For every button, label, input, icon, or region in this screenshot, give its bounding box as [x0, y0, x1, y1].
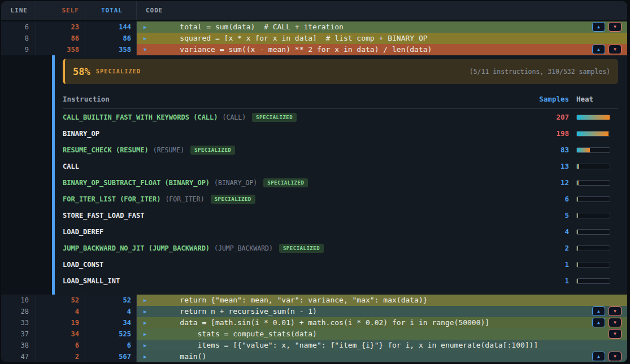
row-buttons: ▲▼	[592, 318, 622, 327]
instruction-row: RESUME_CHECK (RESUME)(RESUME)SPECIALIZED…	[63, 142, 618, 158]
heat-bar-fill	[577, 131, 609, 136]
code-text: stats = compute_stats(data)	[162, 328, 317, 340]
code-cell[interactable]: ▶ data = [math.sin(i * 0.01) + math.cos(…	[137, 317, 627, 328]
move-down-button[interactable]: ▼	[609, 318, 622, 327]
heat-bar	[576, 115, 610, 120]
row-buttons: ▲▼	[592, 45, 622, 54]
line-number: 6	[1, 21, 36, 33]
code-text: items = [{"value": x, "name": f"item_{i}…	[162, 340, 538, 351]
code-rows-top: 623144▶ total = sum(data) # CALL + itera…	[1, 21, 627, 55]
move-up-button[interactable]: ▲	[592, 318, 605, 327]
instruction-row: LOAD_DEREF4	[63, 223, 618, 240]
expander-collapsed-icon[interactable]: ▶	[144, 21, 146, 33]
heat-cell	[576, 115, 618, 120]
expander-collapsed-icon[interactable]: ▶	[144, 317, 146, 328]
code-line-row: 88686▶ squared = [x * x for x in data] #…	[1, 33, 627, 44]
heat-cell	[576, 262, 618, 267]
instruction-name: CALL	[63, 163, 79, 170]
code-cell[interactable]: ▶ items = [{"value": x, "name": f"item_{…	[137, 340, 627, 351]
instruction-name: STORE_FAST_LOAD_FAST	[63, 212, 145, 220]
code-line-row: 472567▶ main()▲▼	[1, 351, 627, 362]
instruction-base-name: (RESUME)	[153, 146, 184, 154]
code-cell[interactable]: ▶ total = sum(data) # CALL + iteration▲▼	[137, 21, 627, 33]
specialized-badge: SPECIALIZED	[252, 113, 297, 122]
instruction-row: BINARY_OP198	[63, 125, 618, 142]
move-up-button[interactable]: ▲	[592, 352, 605, 361]
self-samples: 23	[36, 21, 85, 33]
code-text: squared = [x * x for x in data] # list c…	[162, 33, 428, 44]
self-samples: 2	[36, 351, 85, 362]
samples-count: 4	[518, 227, 569, 236]
heat-bar	[576, 180, 610, 186]
heat-cell	[576, 229, 618, 235]
panel-gutter	[1, 55, 52, 295]
specialization-summary: 58% SPECIALIZED (5/11 instructions, 310/…	[63, 59, 618, 84]
line-number: 38	[1, 340, 36, 351]
table-header-row: LINE SELF TOTAL CODE	[1, 1, 627, 21]
move-up-button[interactable]: ▲	[592, 306, 605, 316]
move-down-button[interactable]: ▼	[609, 329, 622, 339]
heat-bar-fill	[577, 230, 578, 234]
heat-cell	[576, 180, 618, 186]
heat-cell	[576, 196, 618, 202]
instruction-name: LOAD_DEREF	[63, 228, 103, 236]
panel-body: 58% SPECIALIZED (5/11 instructions, 310/…	[55, 55, 627, 295]
line-number: 37	[1, 328, 36, 340]
instruction-base-name: (FOR_ITER)	[165, 195, 204, 203]
move-down-button[interactable]: ▼	[609, 352, 622, 361]
code-cell[interactable]: ▶ return {"mean": mean, "var": variance,…	[137, 295, 627, 306]
code-text: total = sum(data) # CALL + iteration	[162, 21, 344, 33]
heat-bar-fill	[577, 246, 578, 251]
code-line-row: 105252▶ return {"mean": mean, "var": var…	[1, 295, 627, 306]
instruction-row: LOAD_SMALL_INT1	[63, 273, 618, 289]
specialized-badge: SPECIALIZED	[211, 195, 255, 204]
instruction-rows: CALL_BUILTIN_FAST_WITH_KEYWORDS (CALL)(C…	[63, 109, 618, 289]
expander-collapsed-icon[interactable]: ▶	[144, 295, 146, 306]
expander-expanded-icon[interactable]: ▼	[144, 44, 146, 55]
instruction-row: JUMP_BACKWARD_NO_JIT (JUMP_BACKWARD)(JUM…	[63, 240, 618, 256]
code-cell[interactable]: ▶ stats = compute_stats(data)▼	[137, 328, 627, 340]
move-down-button[interactable]: ▼	[609, 306, 622, 316]
heat-cell	[576, 213, 618, 218]
total-samples: 4	[85, 306, 137, 317]
total-samples: 358	[85, 44, 137, 55]
header-samples: Samples	[518, 95, 569, 103]
code-line-row: 3734525▶ stats = compute_stats(data)▼	[1, 328, 627, 340]
heat-bar	[576, 278, 610, 284]
code-cell[interactable]: ▼ variance = sum((x - mean) ** 2 for x i…	[137, 44, 627, 55]
instruction-row: CALL13	[63, 158, 618, 174]
expander-collapsed-icon[interactable]: ▶	[144, 340, 146, 351]
header-instruction: Instruction	[63, 95, 518, 103]
total-samples: 52	[85, 295, 137, 306]
specialized-label: SPECIALIZED	[96, 68, 141, 74]
code-cell[interactable]: ▶ main()▲▼	[137, 351, 627, 362]
heat-bar-fill	[577, 148, 590, 152]
heat-bar-fill	[577, 213, 578, 218]
heat-bar	[576, 164, 610, 169]
move-down-button[interactable]: ▼	[609, 45, 622, 54]
line-number: 8	[1, 33, 36, 44]
expander-collapsed-icon[interactable]: ▶	[144, 33, 146, 44]
move-up-button[interactable]: ▲	[592, 45, 605, 54]
instruction-label: BINARY_OP_SUBTRACT_FLOAT (BINARY_OP)(BIN…	[63, 178, 518, 187]
samples-count: 5	[518, 211, 569, 220]
move-down-button[interactable]: ▼	[609, 22, 622, 32]
heat-cell	[576, 278, 618, 284]
instruction-name: LOAD_CONST	[63, 261, 103, 269]
expander-collapsed-icon[interactable]: ▶	[144, 328, 146, 340]
code-cell[interactable]: ▶ squared = [x * x for x in data] # list…	[137, 33, 627, 44]
specialized-badge: SPECIALIZED	[279, 244, 324, 253]
expander-collapsed-icon[interactable]: ▶	[144, 306, 146, 317]
instruction-row: CALL_BUILTIN_FAST_WITH_KEYWORDS (CALL)(C…	[63, 109, 618, 125]
self-samples: 6	[36, 340, 85, 351]
expander-collapsed-icon[interactable]: ▶	[144, 351, 146, 362]
instruction-name: FOR_ITER_LIST (FOR_ITER)	[63, 195, 160, 203]
row-buttons: ▼	[609, 329, 622, 339]
row-buttons: ▲▼	[592, 306, 622, 316]
total-samples: 34	[85, 317, 137, 328]
samples-count: 83	[518, 146, 569, 154]
instruction-label: BINARY_OP	[63, 130, 518, 138]
move-up-button[interactable]: ▲	[592, 22, 605, 32]
code-cell[interactable]: ▶ return n + recursive_sum(n - 1)▲▼	[137, 306, 627, 317]
self-samples: 86	[36, 33, 85, 44]
